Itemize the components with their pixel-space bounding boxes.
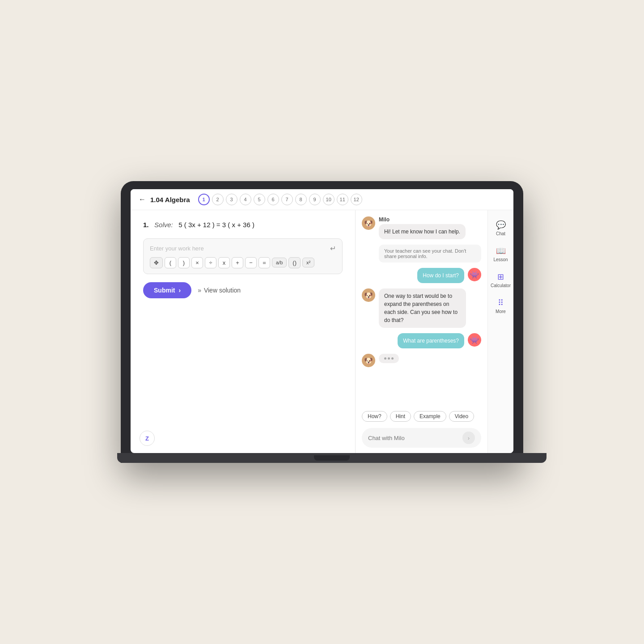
app-container: ← 1.04 Algebra 123456789101112 1. Solve:… bbox=[131, 189, 513, 453]
back-button[interactable]: ← bbox=[139, 195, 146, 203]
toolbar-equals[interactable]: = bbox=[258, 257, 270, 268]
user-bubble-1: How do I start? bbox=[417, 268, 464, 283]
work-input-area: Enter your work here ↵ ✥ ( ) × ÷ x + − bbox=[143, 238, 343, 274]
system-notice: Your teacher can see your chat. Don't sh… bbox=[379, 245, 481, 263]
typing-indicator bbox=[379, 354, 399, 363]
milo-bubble-2: One way to start would be to expand the … bbox=[379, 288, 466, 328]
laptop-base bbox=[117, 453, 547, 463]
solve-label: Solve: bbox=[154, 221, 173, 229]
user-message-row-2: 👾 What are parentheses? bbox=[362, 333, 481, 348]
suggestion-example[interactable]: Example bbox=[414, 411, 446, 422]
problem-number-2[interactable]: 2 bbox=[212, 194, 224, 205]
suggestion-how?[interactable]: How? bbox=[362, 411, 387, 422]
sidebar-lesson[interactable]: 📖 Lesson bbox=[490, 242, 512, 266]
chat-label: Chat bbox=[496, 231, 505, 236]
submit-button[interactable]: Submit › bbox=[143, 282, 191, 298]
typing-dot-1 bbox=[384, 357, 386, 360]
typing-dot-2 bbox=[388, 357, 390, 360]
problem-number-9[interactable]: 9 bbox=[309, 194, 321, 205]
milo-avatar-2: 🐶 bbox=[362, 288, 375, 302]
problem-number-10[interactable]: 10 bbox=[323, 194, 335, 205]
user-avatar-2: 👾 bbox=[468, 333, 481, 347]
lesson-label: Lesson bbox=[493, 257, 508, 262]
typing-dot-3 bbox=[391, 357, 394, 360]
work-input-field: Enter your work here ↵ bbox=[150, 244, 336, 253]
problem-statement: 1. Solve: 5 ( 3x + 12 ) = 3 ( x + 36 ) bbox=[143, 220, 343, 230]
message-row: 🐶 Milo Hi! Let me know how I can help. bbox=[362, 216, 481, 239]
toolbar-plus[interactable]: + bbox=[232, 257, 243, 268]
chat-panel: 🐶 Milo Hi! Let me know how I can help. Y… bbox=[356, 210, 487, 453]
problem-number-5[interactable]: 5 bbox=[254, 194, 265, 205]
user-avatar-1: 👾 bbox=[468, 268, 481, 281]
milo-typing-row: 🐶 bbox=[362, 354, 481, 367]
more-icon: ⠿ bbox=[498, 298, 504, 308]
toolbar-close-paren[interactable]: ) bbox=[178, 257, 190, 268]
sidebar-calculator[interactable]: ⊞ Calculator bbox=[490, 268, 512, 292]
problem-nav: 123456789101112 bbox=[198, 194, 362, 205]
milo-name: Milo bbox=[379, 216, 466, 223]
lesson-title: 1.04 Algebra bbox=[150, 196, 190, 203]
laptop-outer: ← 1.04 Algebra 123456789101112 1. Solve:… bbox=[121, 181, 523, 463]
laptop-screen: ← 1.04 Algebra 123456789101112 1. Solve:… bbox=[131, 189, 513, 453]
chat-icon: 💬 bbox=[496, 220, 506, 230]
problem-number-11[interactable]: 11 bbox=[337, 194, 348, 205]
laptop-notch bbox=[314, 455, 350, 461]
toolbar-parens-special[interactable]: () bbox=[288, 257, 301, 268]
right-sidebar: 💬 Chat 📖 Lesson ⊞ Calculator ⠿ More bbox=[487, 210, 513, 453]
problem-number-3[interactable]: 3 bbox=[226, 194, 237, 205]
submit-arrow-icon: › bbox=[178, 287, 181, 294]
chat-input[interactable] bbox=[368, 435, 459, 441]
toolbar-minus[interactable]: − bbox=[245, 257, 257, 268]
top-nav: ← 1.04 Algebra 123456789101112 bbox=[131, 189, 513, 210]
toolbar-open-paren[interactable]: ( bbox=[165, 257, 176, 268]
toolbar-fraction[interactable]: a/b bbox=[272, 258, 287, 267]
calculator-icon: ⊞ bbox=[497, 272, 504, 282]
action-buttons: Submit › » View solution bbox=[143, 282, 343, 298]
submit-label: Submit bbox=[154, 287, 175, 294]
view-solution-label: View solution bbox=[204, 287, 241, 294]
milo-message-row-2: 🐶 One way to start would be to expand th… bbox=[362, 288, 481, 328]
user-bubble-2: What are parentheses? bbox=[398, 333, 464, 348]
toolbar-multiply[interactable]: × bbox=[191, 257, 203, 268]
chat-input-area: › bbox=[356, 424, 487, 453]
problem-number-1[interactable]: 1 bbox=[198, 194, 210, 205]
chat-messages: 🐶 Milo Hi! Let me know how I can help. Y… bbox=[356, 210, 487, 407]
problem-number-4[interactable]: 4 bbox=[240, 194, 251, 205]
milo-avatar: 🐶 bbox=[362, 216, 375, 230]
problem-panel: 1. Solve: 5 ( 3x + 12 ) = 3 ( x + 36 ) E… bbox=[131, 210, 355, 453]
enter-icon: ↵ bbox=[330, 244, 336, 253]
toolbar-superscript[interactable]: x² bbox=[302, 258, 314, 267]
chat-input-row: › bbox=[362, 428, 481, 448]
send-button[interactable]: › bbox=[462, 432, 475, 444]
problem-number-6[interactable]: 6 bbox=[267, 194, 279, 205]
main-content: 1. Solve: 5 ( 3x + 12 ) = 3 ( x + 36 ) E… bbox=[131, 210, 513, 453]
problem-number-8[interactable]: 8 bbox=[295, 194, 307, 205]
toolbar-divide[interactable]: ÷ bbox=[205, 257, 216, 268]
calculator-label: Calculator bbox=[491, 283, 511, 288]
suggestion-video[interactable]: Video bbox=[449, 411, 474, 422]
toolbar-x[interactable]: x bbox=[218, 257, 230, 268]
problem-number-12[interactable]: 12 bbox=[351, 194, 362, 205]
toolbar-move-btn[interactable]: ✥ bbox=[150, 257, 163, 268]
input-placeholder: Enter your work here bbox=[150, 245, 204, 252]
math-equation: 5 ( 3x + 12 ) = 3 ( x + 36 ) bbox=[178, 221, 254, 229]
milo-intro-bubble: Hi! Let me know how I can help. bbox=[379, 224, 466, 239]
view-solution-button[interactable]: » View solution bbox=[198, 287, 241, 294]
chat-suggestions: How?HintExampleVideo bbox=[356, 407, 487, 424]
sidebar-chat[interactable]: 💬 Chat bbox=[490, 216, 512, 240]
double-arrow-icon: » bbox=[198, 287, 201, 294]
suggestion-hint[interactable]: Hint bbox=[390, 411, 411, 422]
zearn-logo: Z bbox=[140, 431, 155, 446]
sidebar-more[interactable]: ⠿ More bbox=[490, 294, 512, 318]
more-label: More bbox=[496, 309, 506, 314]
problem-number-7[interactable]: 7 bbox=[281, 194, 293, 205]
problem-number: 1. bbox=[143, 221, 149, 229]
lesson-icon: 📖 bbox=[496, 246, 506, 256]
milo-avatar-typing: 🐶 bbox=[362, 354, 375, 367]
user-message-row-1: 👾 How do I start? bbox=[362, 268, 481, 283]
math-toolbar: ✥ ( ) × ÷ x + − = a/b () x² bbox=[150, 257, 336, 268]
